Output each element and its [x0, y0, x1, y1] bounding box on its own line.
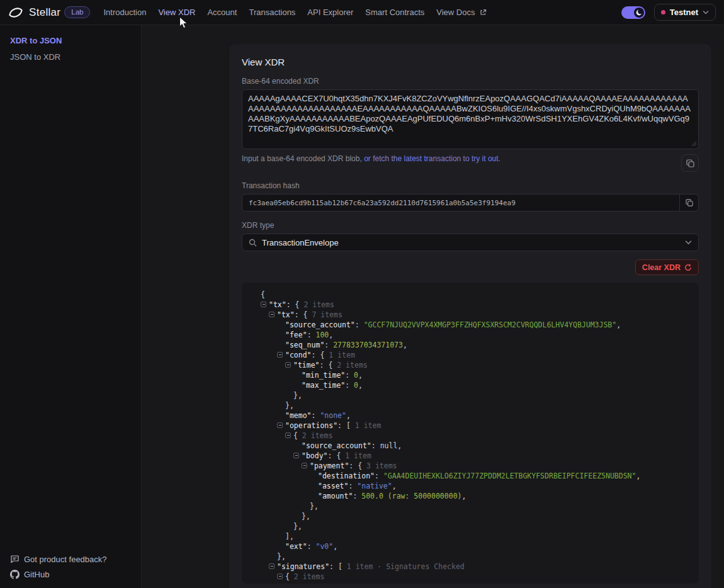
- nav-item-smart-contracts[interactable]: Smart Contracts: [365, 8, 424, 17]
- nav-item-view-docs[interactable]: View Docs: [436, 8, 487, 17]
- json-token-n: 2778337034371073: [333, 341, 403, 349]
- json-tree-row: "max_time": 0,: [252, 380, 689, 390]
- external-link-icon: [480, 8, 487, 18]
- brand-name: Stellar: [29, 6, 60, 19]
- xdr-type-select[interactable]: TransactionEnvelope: [242, 234, 699, 251]
- tx-hash-input[interactable]: [242, 195, 679, 211]
- json-token-p: :: [349, 461, 358, 470]
- nav-item-introduction[interactable]: Introduction: [103, 8, 146, 17]
- sidebar-item-xdr-to-json[interactable]: XDR to JSON: [10, 36, 131, 45]
- actions-row: Clear XDR: [242, 259, 699, 275]
- json-token-p: ,: [636, 472, 640, 480]
- github-link-label: GitHub: [24, 570, 49, 579]
- json-token-k: "payment": [310, 461, 349, 470]
- json-tree-row: },: [252, 551, 689, 562]
- collapse-toggle-icon[interactable]: [261, 302, 266, 307]
- json-token-p: :: [345, 371, 354, 380]
- brand[interactable]: Stellar: [8, 5, 60, 20]
- github-link[interactable]: GitHub: [10, 570, 131, 579]
- json-tree-row: "min_time": 0,: [252, 370, 689, 380]
- nav-item-api-explorer[interactable]: API Explorer: [307, 8, 353, 17]
- nav-item-view-xdr[interactable]: View XDR: [158, 8, 195, 17]
- collapse-toggle-icon[interactable]: [277, 574, 283, 579]
- json-tree-row: {: [252, 290, 689, 300]
- json-tree-row: "source_account": "GCCF7NJUQ2VVPX4XMGP3F…: [252, 320, 689, 330]
- json-token-p: :: [355, 320, 364, 329]
- clear-xdr-button[interactable]: Clear XDR: [635, 259, 699, 275]
- main-nav: Introduction View XDR Account Transactio…: [103, 8, 487, 17]
- sidebar-footer: Got product feedback? GitHub: [10, 555, 131, 579]
- collapse-toggle-icon[interactable]: [285, 433, 291, 438]
- collapse-toggle-icon[interactable]: [269, 312, 274, 317]
- fetch-latest-transaction-link[interactable]: or fetch the latest transaction to try i…: [364, 154, 501, 163]
- json-token-p: :: [307, 542, 316, 551]
- json-token-u: "none": [320, 411, 346, 420]
- json-token-p: {: [261, 290, 265, 299]
- sidebar-item-json-to-xdr[interactable]: JSON to XDR: [10, 52, 131, 62]
- collapse-toggle-icon[interactable]: [285, 362, 291, 368]
- xdr-type-value: TransactionEnvelope: [262, 238, 680, 247]
- header-right: Testnet: [621, 4, 716, 21]
- json-tree-row: "tx": { 2 items: [252, 300, 689, 310]
- github-icon: [10, 570, 20, 579]
- tx-hash-label: Transaction hash: [242, 181, 699, 190]
- json-tree-row: ],: [252, 531, 689, 541]
- collapse-toggle-icon[interactable]: [293, 453, 299, 458]
- json-token-p: {: [295, 300, 300, 309]
- json-token-k: "operations": [285, 421, 337, 430]
- json-token-p: :: [371, 441, 380, 450]
- hint-static-text: Input a base-64 encoded XDR blob,: [242, 154, 364, 163]
- json-token-p: :: [337, 421, 346, 430]
- json-tree-row: "cond": { 1 item: [252, 350, 689, 360]
- json-token-p: ,: [358, 371, 363, 380]
- json-token-p: :: [307, 331, 316, 339]
- json-tree-row: "memo": "none",: [252, 410, 689, 421]
- json-token-p: {: [303, 310, 308, 319]
- copy-xdr-button[interactable]: [681, 154, 699, 172]
- json-token-p: :: [375, 472, 383, 480]
- json-token-p: ,: [329, 331, 333, 339]
- json-token-p: :: [353, 492, 361, 500]
- json-token-p: :: [312, 351, 320, 359]
- json-token-m: 2 items: [300, 300, 334, 309]
- json-token-m: 7 items: [308, 310, 342, 319]
- copy-hash-button[interactable]: [679, 195, 698, 211]
- xdr-input-textarea[interactable]: AAAAAgAAAACEX7U0hqtX35dhn7KXJ4FvK8ZCZoVY…: [242, 89, 699, 149]
- json-token-m: 1 item · Signatures Checked: [342, 562, 465, 571]
- json-tree-row: "seq_num": 2778337034371073,: [252, 340, 689, 350]
- xdr-type-label: XDR type: [242, 221, 699, 230]
- json-tree-row: "ext": "v0",: [252, 541, 689, 551]
- json-token-k: "signatures": [277, 562, 329, 571]
- collapse-toggle-icon[interactable]: [277, 422, 283, 428]
- main-content: View XDR Base-64 encoded XDR AAAAAgAAAAC…: [142, 25, 724, 588]
- json-token-p: ,: [358, 381, 363, 390]
- json-token-p: :: [286, 300, 295, 309]
- json-token-p: },: [302, 512, 310, 521]
- theme-toggle[interactable]: [621, 6, 645, 19]
- nav-item-transactions[interactable]: Transactions: [249, 8, 295, 17]
- collapse-toggle-icon[interactable]: [302, 463, 307, 468]
- json-token-p: ,: [392, 482, 397, 490]
- json-token-m: 3 items: [362, 461, 397, 470]
- page-title: View XDR: [242, 57, 699, 67]
- nav-item-account[interactable]: Account: [207, 8, 237, 17]
- network-label: Testnet: [670, 8, 698, 17]
- feedback-link-label: Got product feedback?: [24, 555, 107, 564]
- json-token-k: "source_account": [285, 320, 355, 329]
- lab-badge: Lab: [64, 6, 90, 18]
- json-tree-row: { 2 items: [252, 431, 689, 441]
- top-navbar: Stellar Lab Introduction View XDR Accoun…: [0, 0, 724, 25]
- json-token-p: },: [310, 502, 319, 511]
- json-token-k: "tx": [269, 300, 286, 309]
- network-selector[interactable]: Testnet: [654, 4, 716, 21]
- json-tree-row: "body": { 1 item: [252, 451, 689, 461]
- collapse-toggle-icon[interactable]: [269, 563, 274, 569]
- json-token-k: "asset": [318, 482, 348, 490]
- feedback-link[interactable]: Got product feedback?: [10, 555, 131, 564]
- copy-icon: [686, 159, 694, 167]
- json-token-n: 0: [354, 371, 358, 380]
- json-tree-row: },: [252, 400, 689, 410]
- json-token-p: :: [320, 361, 329, 370]
- collapse-toggle-icon[interactable]: [277, 352, 283, 358]
- json-token-p: :: [329, 562, 338, 571]
